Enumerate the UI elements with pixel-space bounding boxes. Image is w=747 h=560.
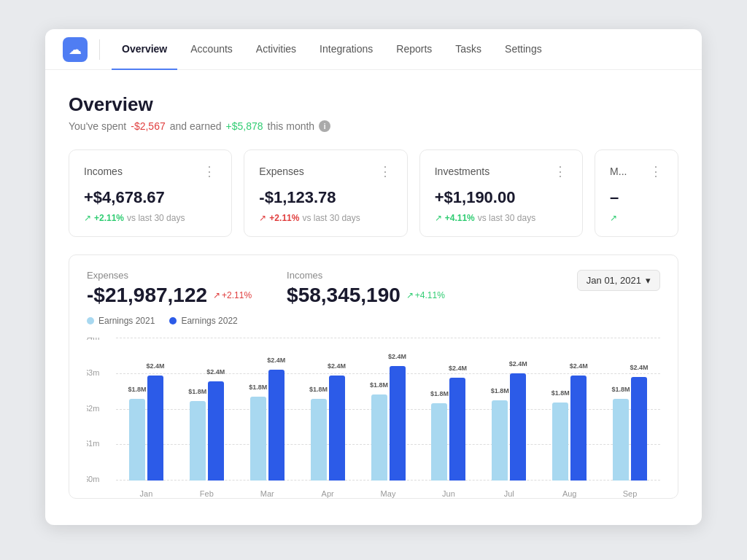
bar-label-2021-apr: $1.8M	[309, 386, 328, 393]
chart-metrics: Expenses -$21,987,122 ↗+2.11% Incomes $5…	[87, 270, 445, 307]
nav-tab-integrations[interactable]: Integrations	[309, 29, 383, 70]
nav-tab-activities[interactable]: Activities	[246, 29, 306, 70]
card-value-incomes: +$4,678.67	[84, 188, 217, 207]
bar-group-may: $1.8M $2.4M	[358, 366, 419, 481]
bar-2022-jun[interactable]: $2.4M	[449, 378, 465, 481]
info-icon[interactable]: i	[319, 120, 330, 132]
card-value-partial: –	[610, 188, 663, 207]
bar-label-2022-mar: $2.4M	[267, 357, 285, 364]
bar-2021-jun[interactable]: $1.8M	[431, 403, 447, 481]
bar-label-2021-feb: $1.8M	[188, 388, 206, 395]
bar-2021-feb[interactable]: $1.8M	[190, 401, 206, 481]
bar-label-2022-feb: $2.4M	[206, 368, 225, 376]
bar-2022-apr[interactable]: $2.4M	[329, 376, 345, 481]
bar-label-2021-aug: $1.8M	[551, 389, 570, 397]
nav-tabs: OverviewAccountsActivitiesIntegrationsRe…	[112, 29, 552, 69]
month-label-mar: Mar	[237, 489, 298, 498]
trend-icon: ↗	[435, 213, 442, 223]
card-title-expenses: Expenses ⋮	[259, 163, 392, 179]
card-partial: M... ⋮ – ↗	[595, 149, 678, 237]
nav-tab-tasks[interactable]: Tasks	[445, 29, 492, 70]
month-labels: JanFebMarAprMayJunJulAugSep	[116, 489, 660, 498]
chart-legend: Earnings 2021 Earnings 2022	[87, 316, 660, 326]
bar-2021-may[interactable]: $1.8M	[371, 394, 387, 481]
logo[interactable]: ☁	[63, 37, 88, 62]
card-menu-investments[interactable]: ⋮	[554, 163, 568, 179]
bar-label-2022-jan: $2.4M	[146, 362, 164, 370]
month-label-jan: Jan	[116, 489, 177, 498]
bar-2022-jan[interactable]: $2.4M	[147, 376, 163, 481]
chart-section: Expenses -$21,987,122 ↗+2.11% Incomes $5…	[69, 254, 678, 499]
date-value: Jan 01, 2021	[587, 275, 641, 286]
chart-header: Expenses -$21,987,122 ↗+2.11% Incomes $5…	[87, 270, 660, 307]
bar-2021-jul[interactable]: $1.8M	[492, 400, 508, 481]
bar-2021-aug[interactable]: $1.8M	[552, 402, 568, 481]
nav-tab-settings[interactable]: Settings	[495, 29, 552, 70]
card-investments: Investments ⋮ +$1,190.00 ↗ +4.11% vs las…	[419, 149, 583, 237]
nav-tab-reports[interactable]: Reports	[386, 29, 442, 70]
card-menu-expenses[interactable]: ⋮	[379, 163, 392, 179]
bar-2021-mar[interactable]: $1.8M	[250, 397, 266, 481]
nav-tab-overview[interactable]: Overview	[112, 29, 177, 70]
chevron-down-icon: ▾	[646, 275, 651, 286]
bar-group-jul: $1.8M $2.4M	[479, 373, 539, 481]
bar-label-2021-mar: $1.8M	[249, 384, 267, 391]
bar-2022-mar[interactable]: $2.4M	[268, 370, 285, 481]
incomes-value: $58,345,190 ↗+4.11%	[287, 284, 445, 307]
bar-label-2021-sep: $1.8M	[612, 386, 630, 393]
card-change-expenses: ↗ +2.11% vs last 30 days	[259, 213, 392, 223]
bar-2022-may[interactable]: $2.4M	[390, 366, 406, 481]
card-menu-partial[interactable]: ⋮	[649, 163, 663, 179]
bar-label-2022-jun: $2.4M	[449, 365, 467, 372]
bar-label-2022-may: $2.4M	[388, 353, 406, 360]
bar-2021-apr[interactable]: $1.8M	[311, 399, 327, 481]
card-change-partial: ↗	[610, 213, 663, 223]
legend-dot	[169, 317, 177, 324]
month-label-may: May	[358, 489, 419, 498]
grid-label: $2m	[87, 404, 99, 413]
card-change-investments: ↗ +4.11% vs last 30 days	[435, 213, 568, 223]
bar-group-jan: $1.8M $2.4M	[116, 376, 177, 481]
date-selector[interactable]: Jan 01, 2021 ▾	[577, 270, 660, 291]
month-label-aug: Aug	[539, 489, 600, 498]
legend-item: Earnings 2022	[169, 316, 237, 326]
bar-group-mar: $1.8M $2.4M	[237, 370, 298, 481]
expenses-metric: Expenses -$21,987,122 ↗+2.11%	[87, 270, 252, 307]
bar-label-2021-jun: $1.8M	[430, 390, 449, 397]
subtitle-suffix: this month	[268, 120, 315, 132]
month-label-sep: Sep	[600, 489, 660, 498]
bar-label-2022-jul: $2.4M	[509, 360, 527, 368]
trend-icon: ↗	[84, 213, 91, 223]
bar-2021-sep[interactable]: $1.8M	[613, 399, 629, 481]
card-value-investments: +$1,190.00	[435, 188, 568, 207]
legend-item: Earnings 2021	[87, 316, 155, 326]
subtitle-spent: -$2,567	[131, 120, 165, 132]
trend-icon: ↗	[259, 213, 266, 223]
bar-2021-jan[interactable]: $1.8M	[129, 399, 145, 481]
main-content: Overview You've spent -$2,567 and earned…	[45, 70, 702, 516]
card-expenses: Expenses ⋮ -$1,123.78 ↗ +2.11% vs last 3…	[244, 149, 407, 237]
bar-2022-feb[interactable]: $2.4M	[208, 381, 224, 481]
month-label-feb: Feb	[177, 489, 237, 498]
bars-container: $1.8M $2.4M $1.8M $2.4M $1.8M $2.4M $1.8…	[116, 338, 660, 481]
chart-area: $4m$3m$2m$1m$0m $1.8M $2.4M $1.8M $2.4M …	[87, 338, 660, 498]
subtitle-prefix: You've spent	[69, 120, 126, 132]
nav-tab-accounts[interactable]: Accounts	[180, 29, 243, 70]
expenses-badge: ↗+2.11%	[213, 290, 252, 300]
legend-dot	[87, 317, 94, 324]
bar-group-jun: $1.8M $2.4M	[418, 378, 479, 481]
bar-2022-aug[interactable]: $2.4M	[570, 376, 587, 481]
legend-label: Earnings 2021	[98, 316, 155, 326]
bar-group-feb: $1.8M $2.4M	[177, 381, 237, 481]
card-menu-incomes[interactable]: ⋮	[203, 163, 217, 179]
bar-label-2022-apr: $2.4M	[328, 362, 346, 370]
month-label-jun: Jun	[418, 489, 479, 498]
bar-2022-jul[interactable]: $2.4M	[510, 373, 526, 481]
legend-label: Earnings 2022	[181, 316, 237, 326]
bar-2022-sep[interactable]: $2.4M	[631, 377, 647, 481]
bar-group-sep: $1.8M $2.4M	[600, 377, 660, 481]
grid-label: $1m	[87, 439, 99, 448]
bar-label-2022-sep: $2.4M	[630, 364, 649, 371]
page-title: Overview	[69, 93, 678, 116]
month-label-apr: Apr	[298, 489, 358, 498]
